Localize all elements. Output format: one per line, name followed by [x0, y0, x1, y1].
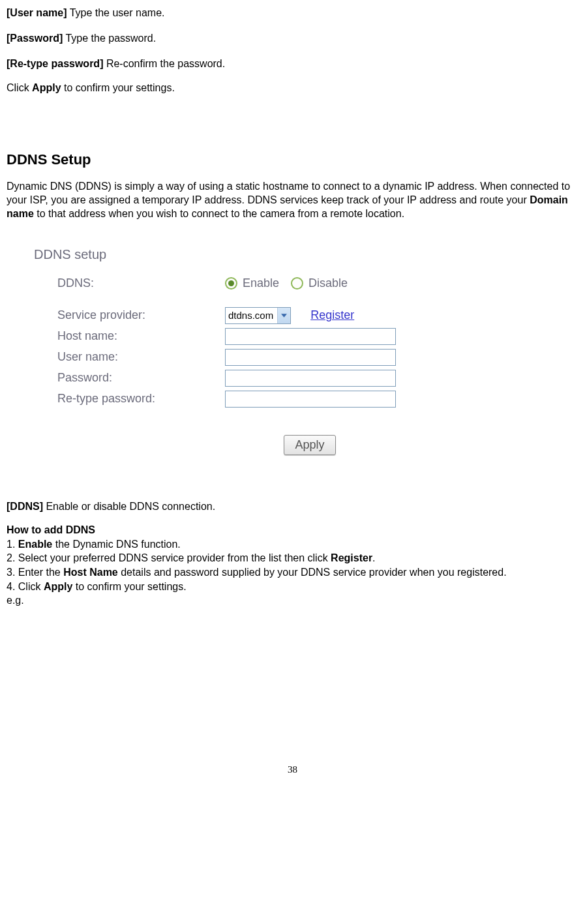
retype-desc-text: Re-confirm the password.	[103, 58, 225, 69]
ddns-setup-form: DDNS setup DDNS: Enable Disable Service …	[26, 241, 496, 468]
howto-step-1: 1. Enable the Dynamic DNS function.	[7, 537, 578, 552]
ddns-desc-text: Enable or disable DDNS connection.	[43, 501, 215, 512]
disable-radio[interactable]	[291, 277, 303, 290]
form-title: DDNS setup	[34, 247, 489, 262]
password-desc-text: Type the password.	[63, 33, 156, 44]
ddns-row: DDNS: Enable Disable	[33, 276, 489, 290]
username-label: [User name]	[7, 7, 67, 18]
password-desc-row: [Password] Type the password.	[7, 32, 578, 46]
step1-bold: Enable	[18, 539, 52, 550]
service-provider-select[interactable]: dtdns.com	[225, 307, 291, 324]
username-row: User name:	[33, 349, 489, 366]
click-apply-suffix: to confirm your settings.	[61, 82, 175, 93]
register-link[interactable]: Register	[310, 308, 354, 322]
click-apply-line: Click Apply to confirm your settings.	[7, 82, 578, 94]
ddns-radio-group: Enable Disable	[225, 276, 357, 290]
hostname-label: Host name:	[57, 329, 225, 343]
section-desc-pre: Dynamic DNS (DDNS) is simply a way of us…	[7, 181, 570, 205]
retype-form-label: Re-type password:	[57, 392, 225, 406]
ddns-desc-row: [DDNS] Enable or disable DDNS connection…	[7, 501, 578, 513]
hostname-input[interactable]	[225, 328, 396, 345]
click-apply-prefix: Click	[7, 82, 32, 93]
enable-radio[interactable]	[225, 277, 237, 290]
step4-rest: to confirm your settings.	[72, 581, 186, 592]
service-provider-label: Service provider:	[57, 308, 225, 322]
password-label: [Password]	[7, 33, 63, 44]
username-desc-row: [User name] Type the user name.	[7, 7, 578, 20]
howto-eg: e.g.	[7, 593, 578, 608]
step1-rest: the Dynamic DNS function.	[52, 539, 181, 550]
howto-step-4: 4. Click Apply to confirm your settings.	[7, 580, 578, 594]
username-input[interactable]	[225, 349, 396, 366]
service-provider-row: Service provider: dtdns.com Register	[33, 307, 489, 324]
enable-radio-label: Enable	[243, 276, 279, 290]
step3-pre: 3. Enter the	[7, 567, 63, 578]
step2-rest: .	[372, 552, 375, 563]
apply-button[interactable]: Apply	[284, 435, 335, 455]
step2-pre: 2. Select your preferred DDNS service pr…	[7, 552, 331, 563]
section-desc-post: to that address when you wish to connect…	[34, 208, 404, 219]
hostname-row: Host name:	[33, 328, 489, 345]
section-desc: Dynamic DNS (DDNS) is simply a way of us…	[7, 180, 578, 220]
section-title: DDNS Setup	[7, 151, 578, 168]
username-form-label: User name:	[57, 350, 225, 364]
step2-bold: Register	[331, 552, 372, 563]
step4-bold: Apply	[44, 581, 72, 592]
step3-rest: details and password supplied by your DD…	[118, 567, 507, 578]
page-number: 38	[7, 764, 578, 775]
howto-title: How to add DDNS	[7, 524, 578, 536]
disable-radio-label: Disable	[308, 276, 348, 290]
retype-row: Re-type password:	[33, 391, 489, 408]
username-desc-text: Type the user name.	[67, 7, 164, 18]
retype-desc-row: [Re-type password] Re-confirm the passwo…	[7, 57, 578, 71]
click-apply-bold: Apply	[32, 82, 61, 93]
password-form-label: Password:	[57, 371, 225, 385]
apply-row: Apply	[33, 435, 489, 455]
retype-input[interactable]	[225, 391, 396, 408]
ddns-label: DDNS:	[57, 276, 225, 290]
ddns-desc-label: [DDNS]	[7, 501, 43, 512]
retype-label: [Re-type password]	[7, 58, 103, 69]
password-row: Password:	[33, 370, 489, 387]
step3-bold: Host Name	[63, 567, 118, 578]
service-provider-value: dtdns.com	[228, 310, 273, 321]
howto-step-3: 3. Enter the Host Name details and passw…	[7, 565, 578, 580]
chevron-down-icon	[277, 308, 290, 323]
howto-step-2: 2. Select your preferred DDNS service pr…	[7, 551, 578, 565]
step1-num: 1.	[7, 539, 18, 550]
password-input[interactable]	[225, 370, 396, 387]
step4-pre: 4. Click	[7, 581, 44, 592]
